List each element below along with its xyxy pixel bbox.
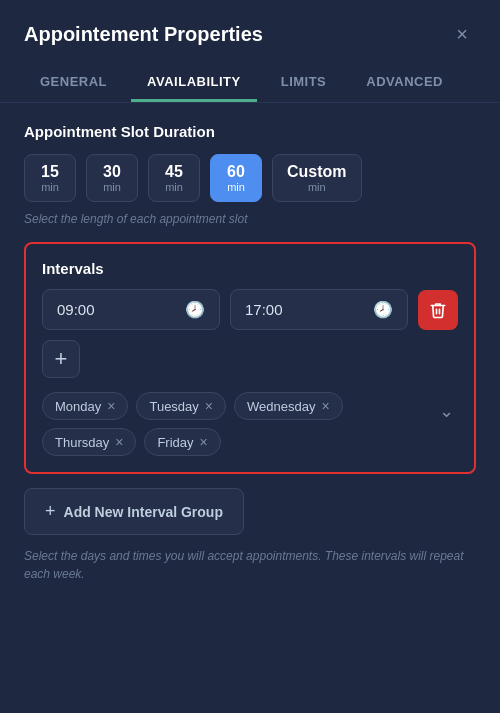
content-area: Appointment Slot Duration 15 min 30 min … [0, 103, 500, 713]
end-time-value: 17:00 [245, 301, 283, 318]
add-icon: + [55, 346, 68, 372]
days-dropdown-button[interactable]: ⌄ [435, 396, 458, 426]
modal-title: Appointement Properties [24, 23, 263, 46]
chevron-down-icon: ⌄ [439, 401, 454, 421]
day-label-tuesday: Tuesday [149, 399, 198, 414]
add-time-button[interactable]: + [42, 340, 80, 378]
remove-wednesday-button[interactable]: × [321, 398, 329, 414]
start-time-input[interactable]: 09:00 🕗 [42, 289, 220, 330]
day-tag-thursday: Thursday × [42, 428, 136, 456]
start-time-value: 09:00 [57, 301, 95, 318]
duration-custom[interactable]: Custom min [272, 154, 362, 202]
add-interval-group-button[interactable]: + Add New Interval Group [24, 488, 244, 535]
intervals-title: Intervals [42, 260, 458, 277]
duration-title: Appointment Slot Duration [24, 123, 476, 140]
delete-interval-button[interactable] [418, 290, 458, 330]
remove-monday-button[interactable]: × [107, 398, 115, 414]
remove-friday-button[interactable]: × [200, 434, 208, 450]
day-tag-friday: Friday × [144, 428, 220, 456]
add-interval-label: Add New Interval Group [64, 504, 223, 520]
day-tag-monday: Monday × [42, 392, 128, 420]
remove-thursday-button[interactable]: × [115, 434, 123, 450]
duration-section: Appointment Slot Duration 15 min 30 min … [24, 123, 476, 226]
time-row: 09:00 🕗 17:00 🕗 [42, 289, 458, 330]
days-tags-container: Monday × Tuesday × Wednesday × Thursday … [42, 392, 427, 456]
duration-hint: Select the length of each appointment sl… [24, 212, 476, 226]
trash-icon [429, 301, 447, 319]
tabs-bar: GENERAL AVAILABILITY LIMITS ADVANCED [0, 64, 500, 103]
end-time-input[interactable]: 17:00 🕗 [230, 289, 408, 330]
duration-60[interactable]: 60 min [210, 154, 262, 202]
tab-availability[interactable]: AVAILABILITY [131, 64, 257, 102]
close-button[interactable]: × [448, 20, 476, 48]
tab-limits[interactable]: LIMITS [265, 64, 343, 102]
day-tag-wednesday: Wednesday × [234, 392, 343, 420]
intervals-hint: Select the days and times you will accep… [24, 547, 476, 583]
modal-header: Appointement Properties × [0, 0, 500, 64]
clock-icon-start: 🕗 [185, 300, 205, 319]
day-label-friday: Friday [157, 435, 193, 450]
intervals-section: Intervals 09:00 🕗 17:00 🕗 [24, 242, 476, 474]
day-tag-tuesday: Tuesday × [136, 392, 226, 420]
duration-45[interactable]: 45 min [148, 154, 200, 202]
tab-general[interactable]: GENERAL [24, 64, 123, 102]
day-label-wednesday: Wednesday [247, 399, 315, 414]
intervals-hint-text: Select the days and times you will accep… [24, 549, 464, 581]
duration-30[interactable]: 30 min [86, 154, 138, 202]
day-label-thursday: Thursday [55, 435, 109, 450]
duration-options: 15 min 30 min 45 min 60 min Custom min [24, 154, 476, 202]
plus-icon: + [45, 501, 56, 522]
duration-15[interactable]: 15 min [24, 154, 76, 202]
days-section: Monday × Tuesday × Wednesday × Thursday … [42, 392, 458, 456]
clock-icon-end: 🕗 [373, 300, 393, 319]
remove-tuesday-button[interactable]: × [205, 398, 213, 414]
day-label-monday: Monday [55, 399, 101, 414]
modal: Appointement Properties × GENERAL AVAILA… [0, 0, 500, 713]
tab-advanced[interactable]: ADVANCED [350, 64, 459, 102]
